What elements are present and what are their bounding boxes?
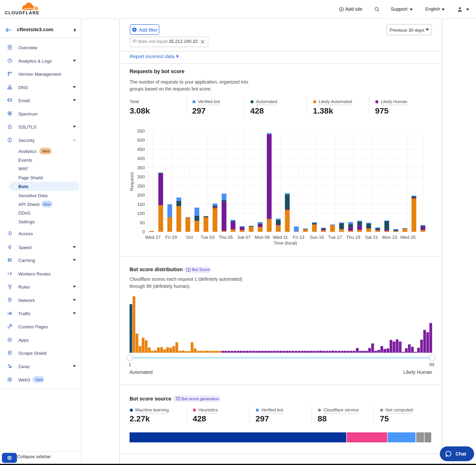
svg-text:550: 550 [137,128,145,134]
svg-text:50: 50 [140,220,145,225]
svg-text:500: 500 [137,137,145,143]
svg-text:Requests: Requests [129,172,134,191]
svg-text:Time (local): Time (local) [274,241,297,245]
svg-text:300: 300 [137,174,145,179]
svg-text:400: 400 [137,156,145,161]
svg-text:Sat 21: Sat 21 [365,235,378,240]
svg-text:Mon 23: Mon 23 [382,235,397,240]
svg-text:Mon 09: Mon 09 [254,235,270,240]
svg-text:Oct: Oct [186,235,193,240]
svg-text:Sat 07: Sat 07 [237,235,251,240]
svg-text:Tue 17: Tue 17 [328,235,342,240]
svg-text:Sun 15: Sun 15 [309,235,324,240]
svg-text:Tue 03: Tue 03 [201,235,214,240]
svg-text:Fri 29: Fri 29 [165,235,177,240]
svg-text:Thu 05: Thu 05 [219,235,233,240]
svg-text:250: 250 [137,184,145,189]
svg-text:350: 350 [137,165,145,170]
svg-text:150: 150 [137,202,145,207]
svg-text:Fri 13: Fri 13 [293,235,305,240]
svg-text:Thu 19: Thu 19 [346,235,360,240]
svg-text:450: 450 [137,147,145,152]
svg-text:200: 200 [137,193,145,198]
svg-text:0: 0 [142,229,145,234]
svg-text:100: 100 [137,211,145,216]
svg-text:Wed 27: Wed 27 [145,235,160,240]
svg-text:Wed 11: Wed 11 [273,235,288,240]
svg-text:Wed 25: Wed 25 [400,235,415,240]
